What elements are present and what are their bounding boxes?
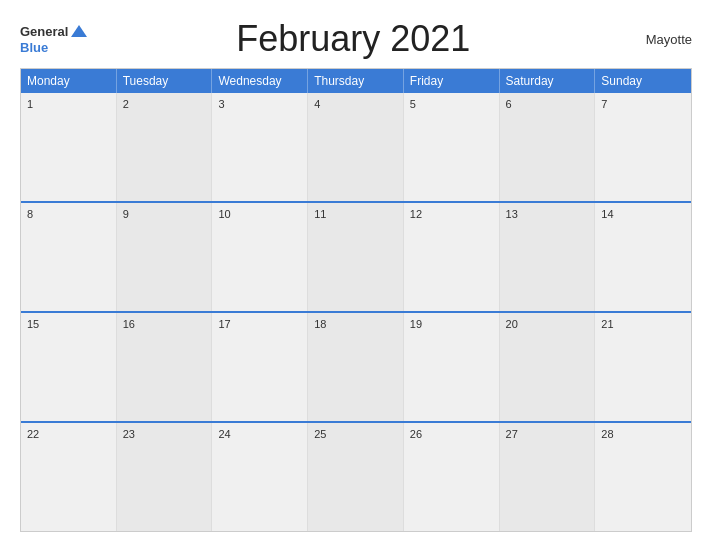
day-23: 23 <box>117 423 213 531</box>
region-label: Mayotte <box>612 32 692 47</box>
week-3: 15 16 17 18 19 20 21 <box>21 311 691 421</box>
col-thursday: Thursday <box>308 69 404 93</box>
day-2: 2 <box>117 93 213 201</box>
day-19: 19 <box>404 313 500 421</box>
col-tuesday: Tuesday <box>117 69 213 93</box>
col-wednesday: Wednesday <box>212 69 308 93</box>
day-5: 5 <box>404 93 500 201</box>
calendar-page: General Blue February 2021 Mayotte Monda… <box>0 0 712 550</box>
calendar-header: Monday Tuesday Wednesday Thursday Friday… <box>21 69 691 93</box>
day-14: 14 <box>595 203 691 311</box>
day-16: 16 <box>117 313 213 421</box>
logo: General Blue <box>20 23 94 55</box>
day-24: 24 <box>212 423 308 531</box>
day-25: 25 <box>308 423 404 531</box>
week-4: 22 23 24 25 26 27 28 <box>21 421 691 531</box>
col-friday: Friday <box>404 69 500 93</box>
day-21: 21 <box>595 313 691 421</box>
logo-row-bottom: Blue <box>20 41 48 55</box>
day-11: 11 <box>308 203 404 311</box>
logo-block: General Blue <box>20 23 94 55</box>
calendar-grid: Monday Tuesday Wednesday Thursday Friday… <box>20 68 692 532</box>
day-7: 7 <box>595 93 691 201</box>
week-2: 8 9 10 11 12 13 14 <box>21 201 691 311</box>
svg-marker-0 <box>71 25 87 37</box>
day-6: 6 <box>500 93 596 201</box>
day-28: 28 <box>595 423 691 531</box>
logo-icon <box>70 23 88 41</box>
day-18: 18 <box>308 313 404 421</box>
col-monday: Monday <box>21 69 117 93</box>
day-4: 4 <box>308 93 404 201</box>
week-1: 1 2 3 4 5 6 7 <box>21 93 691 201</box>
calendar-title: February 2021 <box>94 18 612 60</box>
day-12: 12 <box>404 203 500 311</box>
col-sunday: Sunday <box>595 69 691 93</box>
logo-general-text: General <box>20 25 68 39</box>
day-26: 26 <box>404 423 500 531</box>
logo-row-top: General <box>20 23 94 41</box>
day-13: 13 <box>500 203 596 311</box>
col-saturday: Saturday <box>500 69 596 93</box>
calendar-body: 1 2 3 4 5 6 7 8 9 10 11 12 13 14 15 16 <box>21 93 691 531</box>
day-1: 1 <box>21 93 117 201</box>
day-15: 15 <box>21 313 117 421</box>
day-8: 8 <box>21 203 117 311</box>
day-20: 20 <box>500 313 596 421</box>
logo-blue-text: Blue <box>20 41 48 55</box>
day-17: 17 <box>212 313 308 421</box>
day-9: 9 <box>117 203 213 311</box>
day-27: 27 <box>500 423 596 531</box>
day-3: 3 <box>212 93 308 201</box>
day-22: 22 <box>21 423 117 531</box>
page-header: General Blue February 2021 Mayotte <box>20 18 692 60</box>
day-10: 10 <box>212 203 308 311</box>
